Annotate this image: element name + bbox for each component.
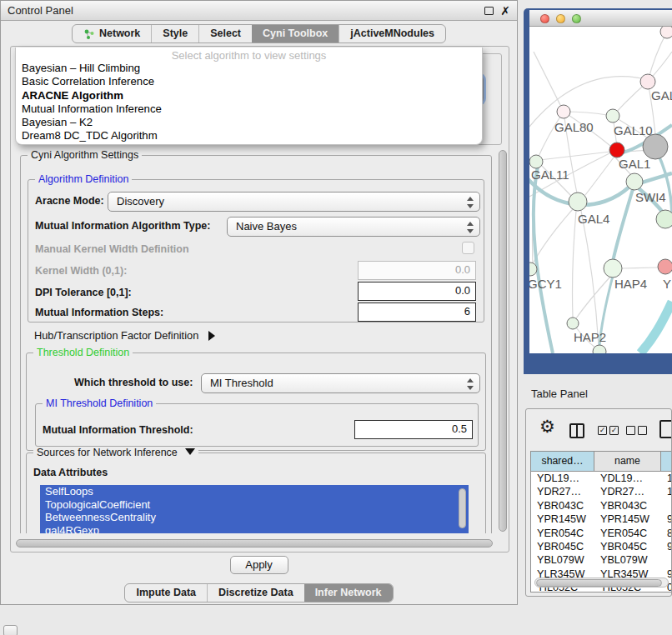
table-row[interactable]: YBR043CYBR043C — [531, 499, 672, 512]
dropdown-item[interactable]: Bayesian – Hill Climbing — [16, 62, 482, 75]
tab-cyni-toolbox[interactable]: Cyni Toolbox — [252, 25, 339, 42]
new-table-icon[interactable] — [659, 420, 672, 438]
table-cell[interactable]: 9. — [661, 512, 672, 526]
table-cell[interactable]: YBR043C — [531, 499, 594, 512]
network-node-gal1[interactable] — [609, 142, 624, 158]
tab-discretize-data[interactable]: Discretize Data — [207, 584, 304, 602]
table-row[interactable]: YDL19…YDL19…13 — [531, 472, 672, 485]
network-node[interactable] — [593, 345, 606, 353]
mi-steps-field[interactable]: 6 — [358, 302, 476, 322]
network-node-gal80[interactable] — [557, 105, 570, 118]
tab-style[interactable]: Style — [151, 25, 198, 42]
network-node-y[interactable] — [658, 259, 672, 274]
dropdown-item[interactable]: Mutual Information Inference — [16, 102, 482, 116]
table-cell[interactable]: 12 — [661, 485, 672, 498]
network-node-gal11[interactable] — [529, 155, 543, 168]
network-node[interactable] — [660, 27, 672, 38]
network-node-hap4[interactable] — [604, 259, 622, 278]
list-scrollbar[interactable] — [459, 488, 466, 528]
network-node[interactable] — [643, 134, 668, 159]
show-columns-icon[interactable] — [569, 423, 584, 438]
tab-infer-network[interactable]: Infer Network — [304, 584, 393, 602]
table-horizontal-scrollbar[interactable] — [534, 578, 669, 588]
table-cell[interactable]: 9. — [661, 540, 672, 553]
dropdown-item[interactable]: Dream8 DC_TDC Algorithm — [16, 129, 482, 142]
table-row[interactable]: YDR27…YDR27…12 — [531, 485, 672, 498]
column-header-partial[interactable] — [661, 452, 672, 471]
dropdown-item[interactable]: Bayesian – K2 — [16, 116, 482, 129]
dpi-tolerance-field[interactable]: 0.0 — [358, 282, 476, 301]
network-node[interactable] — [656, 210, 672, 228]
table-row[interactable]: YPR145WYPR145W9. — [531, 512, 672, 526]
network-edge[interactable] — [532, 209, 573, 265]
table-cell[interactable]: YDL19… — [531, 472, 594, 485]
dock-panel-chip[interactable] — [3, 625, 18, 635]
table-cell[interactable] — [661, 499, 672, 512]
mi-threshold-field[interactable]: 0.5 — [354, 420, 473, 439]
tab-select[interactable]: Select — [198, 25, 252, 42]
mi-algorithm-type-select[interactable]: Naive Bayes — [227, 217, 480, 237]
list-item[interactable]: BetweennessCentrality — [40, 511, 469, 524]
tab-network[interactable]: Network — [73, 25, 151, 42]
kernel-width-field[interactable]: 0.0 — [358, 261, 476, 280]
apply-button[interactable]: Apply — [230, 556, 288, 574]
dropdown-item-selected[interactable]: ARACNE Algorithm — [16, 89, 482, 102]
network-edge[interactable] — [534, 52, 564, 112]
unselect-all-checkbox-icon[interactable] — [626, 426, 635, 435]
network-edge[interactable] — [622, 268, 658, 268]
table-cell[interactable]: YDR27… — [531, 485, 594, 498]
table-cell[interactable]: YPR145W — [594, 512, 661, 526]
network-edge[interactable] — [648, 32, 667, 82]
network-edge[interactable] — [529, 77, 641, 127]
select-all-checkbox-icon[interactable]: ✓ — [609, 426, 619, 435]
close-icon[interactable]: ✗ — [500, 1, 510, 21]
list-item[interactable]: gal4RGexp — [40, 524, 469, 533]
gear-icon[interactable]: ⚙ — [539, 417, 555, 437]
table-row[interactable]: YBL079WYBL079W — [531, 553, 672, 567]
aracne-mode-select[interactable]: Discovery — [108, 192, 480, 212]
dropdown-item[interactable]: Basic Correlation Inference — [16, 75, 482, 88]
network-edge[interactable] — [537, 112, 564, 160]
network-node-gal4[interactable] — [569, 192, 587, 211]
network-node-gal10[interactable] — [606, 109, 619, 122]
column-header-shared-name[interactable]: shared… — [531, 452, 594, 471]
unselect-all-checkbox-icon[interactable] — [638, 426, 647, 435]
minimize-traffic-light[interactable] — [556, 14, 565, 23]
table-cell[interactable] — [661, 553, 672, 567]
network-edge[interactable] — [640, 302, 672, 353]
network-edge[interactable] — [573, 211, 577, 318]
table-cell[interactable]: 8. — [661, 527, 672, 540]
table-cell[interactable]: YBR043C — [594, 499, 661, 512]
table-cell[interactable]: YER054C — [531, 527, 594, 540]
table-cell[interactable]: 13 — [661, 472, 672, 485]
table-cell[interactable]: YDR27… — [594, 485, 661, 498]
table-cell[interactable]: YDL19… — [594, 472, 661, 485]
list-item[interactable]: SelfLoops — [40, 485, 469, 498]
network-node-swi4[interactable] — [626, 173, 643, 190]
which-threshold-select[interactable]: MI Threshold — [201, 373, 480, 393]
network-edge[interactable] — [581, 211, 599, 346]
tab-jactivemnodules[interactable]: jActiveMNodules — [339, 25, 445, 42]
float-icon[interactable] — [484, 7, 494, 15]
list-item[interactable]: TopologicalCoefficient — [40, 498, 469, 512]
table-row[interactable]: YBR045CYBR045C9. — [531, 540, 672, 553]
table-cell[interactable]: YBL079W — [531, 553, 594, 567]
network-canvas[interactable]: GALGAL80GAL10GAL1GAL11SWI4GAL4GCY1HAP4YH… — [529, 27, 672, 353]
network-edge[interactable] — [613, 189, 633, 262]
hub-factor-expander[interactable]: Hub/Transcription Factor Definition — [34, 329, 215, 342]
settings-vertical-scrollbar[interactable] — [498, 150, 508, 532]
manual-kernel-checkbox[interactable] — [462, 242, 474, 254]
tab-impute-data[interactable]: Impute Data — [125, 584, 207, 602]
network-node-hap2[interactable] — [567, 318, 579, 329]
table-cell[interactable]: YBL079W — [594, 553, 661, 567]
column-header-name[interactable]: name — [594, 452, 661, 471]
table-cell[interactable]: YPR145W — [531, 512, 594, 526]
zoom-traffic-light[interactable] — [572, 14, 581, 23]
network-node-gal[interactable] — [640, 74, 655, 89]
table-cell[interactable]: YBR045C — [594, 540, 661, 553]
table-row[interactable]: YER054CYER054C8. — [531, 527, 672, 540]
close-traffic-light[interactable] — [540, 14, 549, 23]
select-all-checkbox-icon[interactable]: ✓ — [598, 426, 607, 435]
settings-horizontal-scrollbar[interactable] — [15, 538, 495, 548]
table-cell[interactable]: YER054C — [594, 527, 661, 540]
